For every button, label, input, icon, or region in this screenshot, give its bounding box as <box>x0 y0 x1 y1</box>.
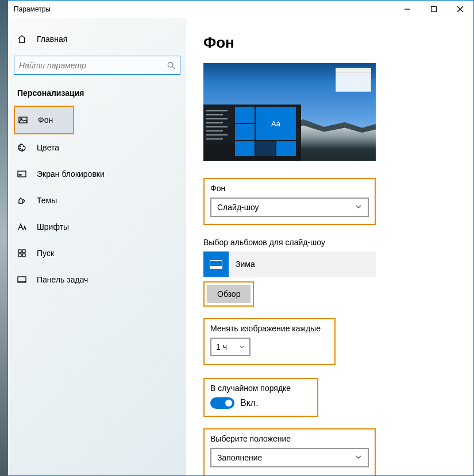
window-controls <box>394 1 473 18</box>
close-button[interactable] <box>447 1 473 18</box>
nav-item-start[interactable]: Пуск <box>14 240 180 266</box>
nav-label: Панель задач <box>37 275 88 284</box>
svg-point-9 <box>20 148 21 149</box>
svg-rect-15 <box>18 254 21 257</box>
svg-rect-16 <box>22 254 25 257</box>
svg-point-10 <box>22 149 23 150</box>
nav-item-fonts[interactable]: Шрифты <box>14 214 180 240</box>
maximize-button[interactable] <box>421 1 447 18</box>
settings-window: Параметры Главная <box>7 0 474 476</box>
shuffle-state: Вкл. <box>240 398 259 408</box>
content-area: Главная Персонализация Фон <box>8 18 473 475</box>
highlight-browse: Обзор <box>203 281 254 307</box>
chevron-down-icon <box>355 203 362 212</box>
nav-label: Пуск <box>37 249 54 258</box>
browse-button[interactable]: Обзор <box>207 285 251 303</box>
category-title: Персонализация <box>14 86 180 106</box>
svg-rect-11 <box>18 171 26 177</box>
fonts-icon <box>17 222 26 231</box>
nav-item-themes[interactable]: Темы <box>14 187 180 214</box>
highlight-fit: Выберите положение Заполнение <box>203 428 376 475</box>
taskbar-icon <box>17 275 26 284</box>
titlebar: Параметры <box>8 1 473 18</box>
home-link[interactable]: Главная <box>14 28 180 50</box>
interval-value: 1 ч <box>216 342 227 351</box>
highlight-background-select: Фон Слайд-шоу <box>203 178 376 225</box>
highlight-background-nav: Фон <box>14 106 74 134</box>
page-title: Фон <box>203 34 456 52</box>
album-name: Зима <box>229 260 255 269</box>
picture-icon <box>18 115 28 125</box>
folder-icon <box>203 251 229 277</box>
background-dropdown[interactable]: Слайд-шоу <box>210 198 369 217</box>
fit-dropdown[interactable]: Заполнение <box>210 448 369 467</box>
lockscreen-icon <box>17 169 26 179</box>
nav-label: Темы <box>37 196 57 205</box>
preview-start-menu: Aa <box>203 105 301 156</box>
shuffle-label: В случайном порядке <box>210 384 311 393</box>
search-box[interactable] <box>14 56 180 75</box>
svg-rect-1 <box>431 7 437 12</box>
chevron-down-icon <box>239 342 245 351</box>
svg-rect-13 <box>18 250 21 253</box>
svg-rect-14 <box>22 250 25 253</box>
chevron-down-icon <box>355 453 362 462</box>
palette-icon <box>17 143 26 152</box>
home-icon <box>17 34 26 44</box>
album-label: Выбор альбомов для слайд-шоу <box>203 238 456 247</box>
fit-label: Выберите положение <box>210 434 369 443</box>
start-icon <box>17 249 26 258</box>
search-icon <box>167 61 175 69</box>
window-title: Параметры <box>14 5 51 13</box>
nav-label: Шрифты <box>37 222 69 231</box>
fit-value: Заполнение <box>217 453 262 462</box>
left-pane: Главная Персонализация Фон <box>8 18 186 475</box>
album-section: Выбор альбомов для слайд-шоу Зима Обзор <box>203 238 456 307</box>
right-pane: Фон Aa <box>186 18 473 475</box>
nav-item-taskbar[interactable]: Панель задач <box>14 266 180 293</box>
nav-item-lockscreen[interactable]: Экран блокировки <box>14 161 180 187</box>
svg-point-4 <box>168 62 173 67</box>
nav-label: Фон <box>38 115 53 125</box>
interval-label: Менять изображение каждые <box>210 324 329 333</box>
nav-item-background[interactable]: Фон <box>15 107 73 133</box>
themes-icon <box>17 196 26 205</box>
nav-item-colors[interactable]: Цвета <box>14 134 180 161</box>
svg-line-5 <box>172 67 175 69</box>
interval-dropdown[interactable]: 1 ч <box>210 338 251 356</box>
nav-label: Экран блокировки <box>37 169 105 179</box>
svg-rect-12 <box>19 175 21 175</box>
minimize-button[interactable] <box>394 1 421 18</box>
svg-point-8 <box>20 146 21 147</box>
nav-label: Цвета <box>37 143 59 152</box>
desktop-edge <box>0 0 7 476</box>
search-input[interactable] <box>19 61 167 70</box>
background-label: Фон <box>210 184 369 193</box>
highlight-shuffle: В случайном порядке Вкл. <box>203 378 318 417</box>
preview-tile-aa: Aa <box>256 107 296 140</box>
preview-window <box>336 68 371 92</box>
home-label: Главная <box>37 34 67 44</box>
desktop-preview: Aa <box>203 63 376 161</box>
highlight-interval: Менять изображение каждые 1 ч <box>203 318 336 365</box>
background-value: Слайд-шоу <box>217 203 259 212</box>
album-row[interactable]: Зима <box>203 251 376 277</box>
preview-taskbar <box>203 156 301 161</box>
shuffle-toggle[interactable] <box>210 397 234 409</box>
